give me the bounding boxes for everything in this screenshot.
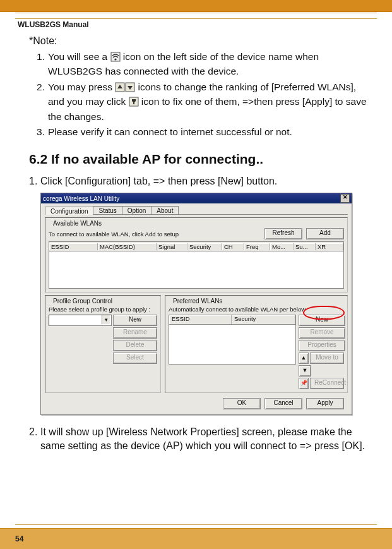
preferred-side-buttons: New Remove Properties ▲ Move to ▼ [299,315,344,389]
move-up-button[interactable]: ▲ [299,353,309,364]
profile-group: Profile Group Control Please select a pr… [45,295,161,393]
window-titlebar: corega Wireless LAN Utility ✕ [41,193,352,203]
profile-new-button[interactable]: New [113,315,157,326]
preferred-table: ESSID Security [169,315,296,389]
profile-select-button[interactable]: Select [113,353,157,364]
note-item-1: 1. You will see a icon on the left side … [37,51,369,78]
svg-point-1 [114,58,116,60]
step-1: 1. Click [Configuration] tab, => then pr… [29,174,369,188]
page-top-bar [0,0,392,12]
profile-group-sub: Please select a profile group to apply : [49,306,157,313]
tab-about[interactable]: About [151,206,179,214]
preferred-table-header: ESSID Security [169,315,296,325]
move-down-button[interactable]: ▼ [299,365,311,377]
preferred-new-button[interactable]: New [299,315,345,326]
page-footer: 54 [0,528,392,549]
preferred-reconnect-button[interactable]: ReConnect [310,378,344,389]
profile-group-title: Profile Group Control [51,298,114,305]
preferred-title: Preferred WLANs [171,298,224,305]
note-1-num: 1. [37,51,47,78]
lower-groups: Profile Group Control Please select a pr… [45,295,348,395]
pin-icon [129,97,139,110]
wlan-utility-window: corega Wireless LAN Utility ✕ Configurat… [40,193,352,415]
cancel-button[interactable]: Cancel [264,398,302,409]
section-heading: 6.2 If no available AP for connecting.. [29,152,369,167]
step-2: 2. It will show up [Wireless Network Pro… [29,425,369,452]
tab-option[interactable]: Option [122,206,151,214]
profile-rename-button[interactable]: Rename [113,327,157,339]
ok-button[interactable]: OK [223,398,261,409]
move-down-icon [125,82,135,95]
tab-configuration[interactable]: Configuration [45,207,93,215]
apply-button[interactable]: Apply [306,398,344,409]
available-wlans-title: Available WLANs [51,220,104,227]
note-3-text: Please verify it can connect to internet… [48,126,292,138]
note-label: *Note: [29,35,369,47]
close-icon[interactable]: ✕ [340,194,350,203]
note-1-text: You will see a icon on the left side of … [48,51,369,78]
tabs: Configuration Status Option About [45,206,348,215]
preferred-moveto-button[interactable]: Move to [310,353,344,364]
available-table-header: ESSID MAC(BSSID) Signal Security CH Freq… [49,241,344,251]
profile-select[interactable] [49,315,112,326]
note-list: 1. You will see a icon on the left side … [37,51,369,139]
available-table-body[interactable] [49,251,344,289]
note-2-num: 2. [37,81,47,123]
preferred-properties-button[interactable]: Properties [299,340,345,351]
available-wlans-group: Available WLANs To connect to available … [45,217,348,293]
dialog-bottom-buttons: OK Cancel Apply [45,395,348,411]
preferred-sub: Automatically connect to available WLAN … [169,306,344,313]
preferred-remove-button[interactable]: Remove [299,327,345,339]
pin-button[interactable]: 📌 [299,378,309,389]
page-number: 54 [15,534,23,543]
available-wlans-sub: To connect to available WLAN, click Add … [49,231,179,238]
manual-title: WLUSB2GS Manual [18,20,89,29]
connected-icon [110,52,121,65]
preferred-table-body[interactable] [169,325,296,365]
manual-page: WLUSB2GS Manual *Note: 1. You will see a [0,0,392,549]
note-item-2: 2. You may press icons to change the ran… [37,81,369,123]
note-item-3: 3. Please verify it can connect to inter… [37,126,369,138]
move-up-icon [115,82,125,95]
note-3-num: 3. [37,126,47,138]
page-top-rule [15,15,377,19]
preferred-wlans-group: Preferred WLANs Automatically connect to… [165,295,348,393]
refresh-button[interactable]: Refresh [264,228,302,239]
tab-status[interactable]: Status [93,206,122,214]
window-title: corega Wireless LAN Utility [43,195,119,202]
add-button[interactable]: Add [306,228,344,239]
footer-rule [15,524,377,525]
profile-buttons: New Rename Delete Select [113,315,157,364]
note-2-text: You may press icons to change the rankin… [48,81,369,123]
window-body: Configuration Status Option About Availa… [41,203,352,414]
page-content: *Note: 1. You will see a icon on [29,35,369,458]
profile-delete-button[interactable]: Delete [113,340,157,351]
